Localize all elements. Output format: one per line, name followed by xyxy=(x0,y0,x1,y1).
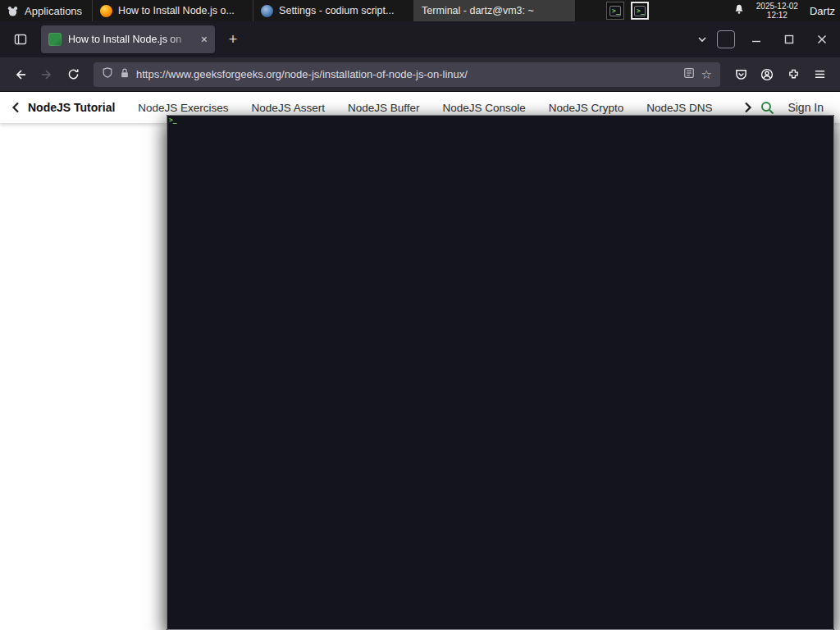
nav-scroll-right-icon[interactable] xyxy=(744,102,752,113)
extensions-icon[interactable] xyxy=(781,62,806,87)
site-nav-link[interactable]: NodeJS Console xyxy=(442,102,525,114)
reader-view-icon[interactable] xyxy=(683,67,695,82)
forward-icon[interactable] xyxy=(34,62,59,87)
desktop: Applications How to Install Node.js o...… xyxy=(0,0,840,630)
site-nav-link[interactable]: NodeJS DNS xyxy=(646,102,712,114)
reload-icon[interactable] xyxy=(61,62,85,87)
terminal-glyph-icon xyxy=(634,6,646,16)
tray-terminal-icon-focused[interactable] xyxy=(631,2,649,20)
search-icon[interactable] xyxy=(760,101,774,115)
applications-icon xyxy=(7,5,19,17)
tab-close-icon[interactable]: × xyxy=(201,34,208,45)
back-icon[interactable] xyxy=(8,62,33,87)
browser-tab-bar: How to Install Node.js on × + xyxy=(0,21,840,57)
account-icon[interactable] xyxy=(755,62,779,87)
browser-navigation-toolbar: https://www.geeksforgeeks.org/node-js/in… xyxy=(0,57,840,92)
url-bar[interactable]: https://www.geeksforgeeks.org/node-js/in… xyxy=(94,62,720,87)
panel-username: Dartz xyxy=(810,5,835,17)
taskbar-window-icon xyxy=(261,5,273,17)
panel-status-area: 2025-12-02 12:12 Dartz xyxy=(727,0,840,21)
bookmark-star-icon[interactable]: ☆ xyxy=(701,68,712,80)
panel-tray xyxy=(606,0,649,21)
browser-tab[interactable]: How to Install Node.js on × xyxy=(41,25,215,53)
window-minimize-icon[interactable] xyxy=(745,30,768,49)
new-tab-button[interactable]: + xyxy=(221,28,244,51)
taskbar-window-title: Terminal - dartz@vm3: ~ xyxy=(422,5,534,16)
window-maximize-icon[interactable] xyxy=(778,30,801,49)
nav-scroll-left-icon[interactable] xyxy=(11,102,20,113)
tray-terminal-icon[interactable] xyxy=(606,2,624,20)
site-favicon xyxy=(48,33,62,46)
tabbar-controls xyxy=(697,30,833,49)
lock-icon[interactable] xyxy=(120,67,130,82)
site-nav-link[interactable]: NodeJS Assert xyxy=(252,102,325,114)
taskbar-window-title: How to Install Node.js o... xyxy=(118,5,235,16)
menu-icon[interactable] xyxy=(807,62,832,87)
notifications-bell-icon[interactable] xyxy=(733,3,745,18)
terminal-glyph-icon xyxy=(609,6,621,16)
tab-title: How to Install Node.js on xyxy=(68,34,194,45)
site-nav-link[interactable]: NodeJS Exercises xyxy=(138,102,228,114)
site-nav-link[interactable]: NodeJS Crypto xyxy=(549,102,624,114)
applications-menu-button[interactable]: Applications xyxy=(0,0,92,21)
clock-date: 2025-12-02 xyxy=(756,2,798,11)
clock-time: 12:12 xyxy=(756,11,798,20)
list-all-tabs-chevron-icon[interactable] xyxy=(697,34,707,44)
panel-clock[interactable]: 2025-12-02 12:12 xyxy=(756,2,798,20)
pocket-icon[interactable] xyxy=(728,62,753,87)
applications-label: Applications xyxy=(25,5,82,17)
site-nav-link[interactable]: NodeJS Tutorial xyxy=(28,101,115,114)
desktop-panel: Applications How to Install Node.js o...… xyxy=(0,0,840,21)
site-nav-link[interactable]: NodeJS Buffer xyxy=(348,102,420,114)
taskbar-window-title: Settings - codium script... xyxy=(279,5,394,16)
taskbar-window-button[interactable]: Settings - codium script... xyxy=(253,0,414,21)
sign-in-button[interactable]: Sign In xyxy=(788,101,824,114)
window-close-icon[interactable] xyxy=(810,30,833,49)
taskbar: How to Install Node.js o... Settings - c… xyxy=(92,0,575,21)
tracking-shield-icon[interactable] xyxy=(102,66,113,82)
titlebar-widget-icon[interactable] xyxy=(717,30,735,48)
site-nav-links: NodeJS Tutorial NodeJS Exercises NodeJS … xyxy=(28,101,736,114)
taskbar-window-button[interactable]: Terminal - dartz@vm3: ~ xyxy=(414,0,575,21)
taskbar-window-button[interactable]: How to Install Node.js o... xyxy=(93,0,253,21)
taskbar-window-icon xyxy=(100,5,112,17)
site-nav-link[interactable]: Node xyxy=(736,102,737,114)
url-text: https://www.geeksforgeeks.org/node-js/in… xyxy=(136,68,677,80)
firefox-view-icon[interactable] xyxy=(7,27,34,52)
